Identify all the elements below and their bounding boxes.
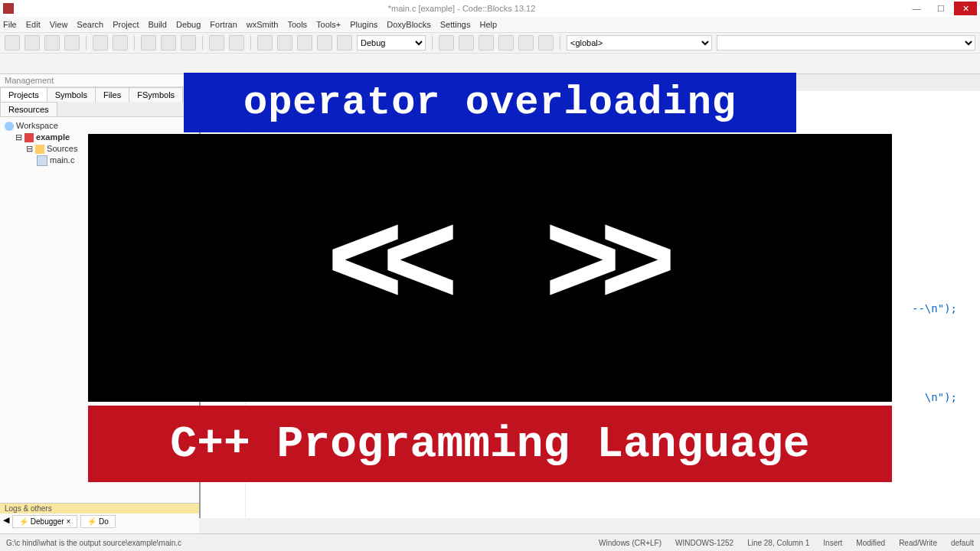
menu-doxyblocks[interactable]: DoxyBlocks (387, 20, 430, 29)
scope-select[interactable]: <global> (567, 35, 712, 51)
new-file-icon[interactable] (5, 35, 20, 51)
editor-tab[interactable]: *main.c× (207, 77, 261, 91)
debug-continue-icon[interactable] (459, 35, 474, 51)
editor: *main.c× 1 #include <stdio.h> (201, 74, 980, 518)
titlebar: *main.c [example] - Code::Blocks 13.12 —… (0, 0, 980, 17)
separator (86, 36, 87, 50)
tree-workspace[interactable]: Workspace (5, 120, 194, 132)
menu-project[interactable]: Project (113, 20, 139, 29)
statusbar: G:\c hindi\what is the output source\exa… (0, 533, 980, 551)
tree-file[interactable]: main.c (5, 155, 194, 167)
tab-files[interactable]: Files (95, 87, 129, 102)
copy-icon[interactable] (161, 35, 176, 51)
status-modified: Modified (856, 539, 885, 547)
find-icon[interactable] (209, 35, 224, 51)
code-fragment: \n"); (925, 391, 957, 403)
menu-file[interactable]: File (3, 20, 17, 29)
symbol-select[interactable] (717, 35, 975, 51)
file-icon (37, 155, 47, 166)
menu-help[interactable]: Help (479, 20, 497, 29)
menu-tools[interactable]: Tools (287, 20, 307, 29)
logs-tab-debugger[interactable]: ⚡ Debugger × (12, 515, 77, 528)
separator (560, 36, 560, 50)
menu-search[interactable]: Search (77, 20, 103, 29)
logs-title: Logs & others (0, 504, 199, 514)
maximize-button[interactable]: ☐ (929, 2, 952, 15)
tree-project[interactable]: ⊟ example (5, 132, 194, 143)
menu-toolsplus[interactable]: Tools+ (316, 20, 341, 29)
menu-plugins[interactable]: Plugins (350, 20, 377, 29)
menubar: File Edit View Search Project Build Debu… (0, 17, 980, 33)
menu-wxsmith[interactable]: wxSmith (247, 20, 279, 29)
cut-icon[interactable] (141, 35, 156, 51)
status-insert: Insert (823, 539, 842, 547)
status-profile: default (951, 539, 974, 547)
status-readwrite: Read/Write (899, 539, 937, 547)
step-out-icon[interactable] (518, 35, 534, 51)
tab-fsymbols[interactable]: FSymbols (129, 87, 183, 102)
code-area[interactable]: 1 #include <stdio.h> (201, 91, 980, 518)
menu-view[interactable]: View (50, 20, 68, 29)
replace-icon[interactable] (229, 35, 244, 51)
gutter: 1 (201, 91, 246, 518)
menu-debug[interactable]: Debug (176, 20, 201, 29)
close-button[interactable]: ✕ (954, 2, 977, 15)
paste-icon[interactable] (181, 35, 196, 51)
status-encoding: WINDOWS-1252 (675, 539, 733, 547)
rebuild-icon[interactable] (317, 35, 332, 51)
nav-left-icon[interactable]: ◀ (3, 515, 9, 528)
sidebar-tabs: Projects Symbols Files FSymbols Resource… (0, 87, 199, 117)
separator (134, 36, 135, 50)
open-icon[interactable] (24, 35, 40, 51)
step-over-icon[interactable] (498, 35, 514, 51)
build-target-select[interactable]: Debug (357, 35, 426, 51)
toolbar-main: Debug <global> (0, 33, 980, 54)
content-area: Management Projects Symbols Files FSymbo… (0, 74, 980, 518)
build-run-icon[interactable] (297, 35, 312, 51)
save-all-icon[interactable] (64, 35, 80, 51)
code-fragment: --\n"); (912, 302, 957, 315)
debug-start-icon[interactable] (439, 35, 454, 51)
app-icon (3, 3, 14, 14)
step-into-icon[interactable] (479, 35, 494, 51)
menu-edit[interactable]: Edit (26, 20, 41, 29)
tree-sources[interactable]: ⊟ Sources (5, 143, 194, 155)
minimize-button[interactable]: — (905, 2, 928, 15)
tab-symbols[interactable]: Symbols (47, 87, 96, 102)
editor-tabs: *main.c× (201, 74, 980, 91)
menu-fortran[interactable]: Fortran (210, 20, 237, 29)
separator (432, 36, 433, 50)
tab-resources[interactable]: Resources (0, 102, 57, 116)
redo-icon[interactable] (113, 35, 128, 51)
status-eol: Windows (CR+LF) (599, 539, 662, 547)
run-icon[interactable] (277, 35, 292, 51)
abort-icon[interactable] (337, 35, 352, 51)
separator (250, 36, 251, 50)
project-icon (24, 133, 34, 142)
workspace-icon (5, 122, 14, 131)
sidebar: Management Projects Symbols Files FSymbo… (0, 74, 201, 518)
tab-projects[interactable]: Projects (0, 87, 47, 102)
status-path: G:\c hindi\what is the output source\exa… (6, 539, 181, 547)
logs-panel: Logs & others ◀ ⚡ Debugger × ⚡ Do (0, 503, 199, 534)
toolbar-secondary (0, 54, 980, 74)
status-right: Windows (CR+LF) WINDOWS-1252 Line 28, Co… (599, 539, 974, 547)
logs-tabs: ◀ ⚡ Debugger × ⚡ Do (0, 514, 199, 530)
debug-stop-icon[interactable] (538, 35, 554, 51)
status-position: Line 28, Column 1 (747, 539, 809, 547)
build-icon[interactable] (257, 35, 273, 51)
separator (202, 36, 203, 50)
folder-icon (35, 145, 44, 154)
window-title: *main.c [example] - Code::Blocks 13.12 (18, 4, 905, 13)
project-tree: Workspace ⊟ example ⊟ Sources main.c (0, 117, 199, 170)
menu-build[interactable]: Build (148, 20, 166, 29)
logs-tab-other[interactable]: ⚡ Do (80, 515, 116, 528)
code-text[interactable]: #include <stdio.h> (246, 91, 980, 518)
window-controls: — ☐ ✕ (905, 2, 977, 15)
menu-settings[interactable]: Settings (440, 20, 471, 29)
save-icon[interactable] (44, 35, 60, 51)
panel-title: Management (0, 74, 199, 87)
close-tab-icon[interactable]: × (248, 80, 253, 89)
undo-icon[interactable] (93, 35, 108, 51)
